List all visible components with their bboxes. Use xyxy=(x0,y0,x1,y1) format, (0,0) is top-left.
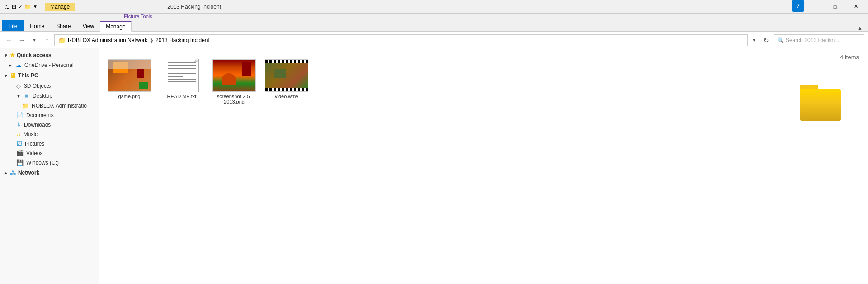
title-bar: 🗂 ⊟ ✓ 📁 ▼ Manage 2013 Hacking Incident ?… xyxy=(0,0,868,14)
pictures-icon: 🖼 xyxy=(16,140,22,147)
sidebar-label-3d: 3D Objects xyxy=(24,83,51,89)
app-icon: 🗂 xyxy=(4,3,10,10)
manage-tab-highlight: Manage xyxy=(45,3,75,11)
address-bar: ← → ▼ ↑ 📁 ROBLOX Administration Network … xyxy=(0,32,868,48)
sidebar-item-music[interactable]: ♫ Music xyxy=(0,129,99,139)
sidebar-label-videos: Videos xyxy=(26,150,42,156)
search-icon: 🔍 xyxy=(777,37,784,43)
check-icon[interactable]: ✓ xyxy=(18,4,23,10)
sidebar-item-desktop[interactable]: ▼ 🖥 Desktop xyxy=(0,91,99,101)
tab-home[interactable]: Home xyxy=(24,20,50,31)
tab-manage[interactable]: Manage xyxy=(100,21,131,32)
picture-tools-label: Picture Tools xyxy=(122,14,154,19)
large-folder-decoration xyxy=(800,85,841,121)
dropdown-arrow[interactable]: ▼ xyxy=(33,4,38,9)
address-dropdown-button[interactable]: ▼ xyxy=(750,34,759,46)
chevron-down-icon-desktop: ▼ xyxy=(16,94,21,99)
sidebar-label-onedrive: OneDrive - Personal xyxy=(24,62,74,68)
file-item-video-wmv[interactable]: video.wmv xyxy=(264,57,309,106)
tab-view[interactable]: View xyxy=(76,20,100,31)
sidebar-item-documents[interactable]: 📄 Documents xyxy=(0,110,99,120)
title-bar-left: 🗂 ⊟ ✓ 📁 ▼ Manage 2013 Hacking Incident xyxy=(2,3,792,11)
file-name-game-png: game.png xyxy=(118,94,141,99)
sidebar-label-roblox-admin: ROBLOX Administratio xyxy=(32,103,87,109)
file-item-readme-txt[interactable]: READ ME.txt xyxy=(159,57,204,106)
downloads-icon: ⇓ xyxy=(16,121,21,128)
tab-file[interactable]: File xyxy=(2,20,24,31)
chevron-down-icon-thispc: ▼ xyxy=(4,73,8,78)
ribbon-right: ▲ xyxy=(857,25,863,31)
content-area: 4 items game.png xyxy=(99,48,868,284)
sidebar-item-thispc[interactable]: ▼ 🖥 This PC xyxy=(0,70,99,81)
sidebar-item-windows-c[interactable]: 💾 Windows (C:) xyxy=(0,158,99,167)
music-icon: ♫ xyxy=(16,131,21,137)
search-box[interactable]: 🔍 Search 2013 Hackin... xyxy=(774,34,864,46)
sidebar-item-3d-objects[interactable]: ◇ 3D Objects xyxy=(0,81,99,91)
chevron-right-icon: ► xyxy=(8,63,13,68)
sidebar-label-pictures: Pictures xyxy=(25,141,44,147)
sidebar-label-desktop: Desktop xyxy=(33,93,52,99)
network-icon: 🖧 xyxy=(10,169,16,176)
sidebar-item-pictures[interactable]: 🖼 Pictures xyxy=(0,139,99,148)
help-icon[interactable]: ? xyxy=(792,0,804,12)
ribbon-tabs: File Home Share View Manage ▲ xyxy=(0,20,868,32)
sidebar-label-network: Network xyxy=(18,170,39,176)
sidebar-item-roblox-admin[interactable]: 📁 ROBLOX Administratio xyxy=(0,101,99,110)
3d-icon: ◇ xyxy=(16,82,21,90)
thispc-icon: 🖥 xyxy=(10,72,16,79)
documents-icon: 📄 xyxy=(16,112,24,118)
file-name-screenshot-png: screenshot 2-5-2013.png xyxy=(213,94,255,104)
file-item-screenshot-png[interactable]: screenshot 2-5-2013.png xyxy=(212,57,257,106)
sidebar-item-quick-access[interactable]: ▼ ★ Quick access xyxy=(0,50,99,60)
file-thumbnail-screenshot xyxy=(212,59,256,92)
onedrive-icon: ☁ xyxy=(15,62,22,69)
ribbon-spacer xyxy=(132,31,858,32)
sidebar-label-quick-access: Quick access xyxy=(17,52,52,58)
refresh-button[interactable]: ↻ xyxy=(760,34,772,46)
close-button[interactable]: ✕ xyxy=(845,0,866,14)
path-chevron: ❯ xyxy=(149,37,154,43)
sidebar-label-music: Music xyxy=(24,131,38,137)
undo-icon[interactable]: ⊟ xyxy=(12,4,16,10)
files-grid: game.png xyxy=(107,54,861,106)
main-layout: ▼ ★ Quick access ► ☁ OneDrive - Personal… xyxy=(0,48,868,284)
windows-icon: 💾 xyxy=(16,159,24,166)
sidebar-item-videos[interactable]: 🎬 Videos xyxy=(0,148,99,158)
back-button[interactable]: ← xyxy=(4,35,14,46)
chevron-right-icon-network: ► xyxy=(4,170,8,175)
tab-share[interactable]: Share xyxy=(50,20,76,31)
dropdown-nav-button[interactable]: ▼ xyxy=(29,35,40,46)
folder-blue-icon: 📁 xyxy=(22,102,29,109)
title-bar-icons: 🗂 ⊟ ✓ 📁 ▼ xyxy=(2,3,39,10)
sidebar-item-onedrive[interactable]: ► ☁ OneDrive - Personal xyxy=(0,60,99,70)
title-bar-title: 2013 Hacking Incident xyxy=(167,4,221,10)
forward-button[interactable]: → xyxy=(16,35,27,46)
sidebar-label-thispc: This PC xyxy=(18,72,38,79)
sidebar-label-documents: Documents xyxy=(26,112,54,118)
sidebar: ▼ ★ Quick access ► ☁ OneDrive - Personal… xyxy=(0,48,99,284)
sidebar-item-network[interactable]: ► 🖧 Network xyxy=(0,167,99,178)
path-incident: 2013 Hacking Incident xyxy=(156,37,209,43)
file-name-video-wmv: video.wmv xyxy=(275,94,298,99)
maximize-button[interactable]: □ xyxy=(825,0,845,14)
item-count: 4 items xyxy=(840,54,859,61)
path-roblox: ROBLOX Administration Network xyxy=(68,37,147,43)
quick-access-star-icon: ★ xyxy=(10,52,15,58)
file-item-game-png[interactable]: game.png xyxy=(107,57,152,106)
up-button[interactable]: ↑ xyxy=(42,35,52,46)
sidebar-item-downloads[interactable]: ⇓ Downloads xyxy=(0,120,99,129)
videos-icon: 🎬 xyxy=(16,150,24,156)
search-placeholder: Search 2013 Hackin... xyxy=(786,37,839,43)
file-thumbnail-video xyxy=(265,59,308,92)
desktop-icon: 🖥 xyxy=(24,92,30,99)
sidebar-label-windows-c: Windows (C:) xyxy=(26,160,59,166)
file-thumbnail-game xyxy=(108,59,151,92)
minimize-button[interactable]: ─ xyxy=(804,0,825,14)
collapse-ribbon-icon[interactable]: ▲ xyxy=(857,25,863,31)
ribbon: Picture Tools File Home Share View Manag… xyxy=(0,14,868,32)
address-path[interactable]: 📁 ROBLOX Administration Network ❯ 2013 H… xyxy=(54,34,748,46)
folder-icon[interactable]: 📁 xyxy=(24,4,31,10)
file-name-readme-txt: READ ME.txt xyxy=(167,94,197,99)
file-thumbnail-readme xyxy=(160,59,203,92)
title-bar-controls: ? ─ □ ✕ xyxy=(792,0,866,14)
